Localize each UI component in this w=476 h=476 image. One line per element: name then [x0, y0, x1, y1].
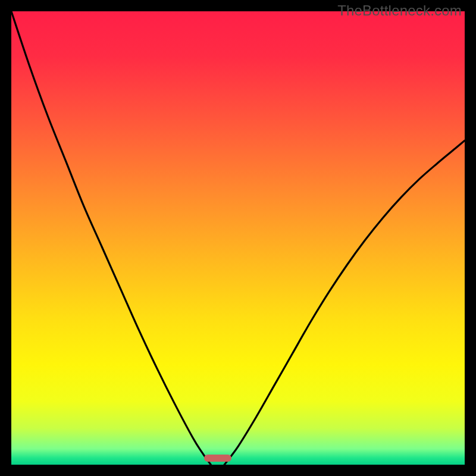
optimal-marker	[204, 455, 231, 462]
watermark-text: TheBottleneck.com	[337, 2, 462, 19]
heatmap-gradient	[11, 11, 465, 465]
plot-frame	[11, 11, 465, 465]
svg-rect-0	[11, 11, 465, 465]
